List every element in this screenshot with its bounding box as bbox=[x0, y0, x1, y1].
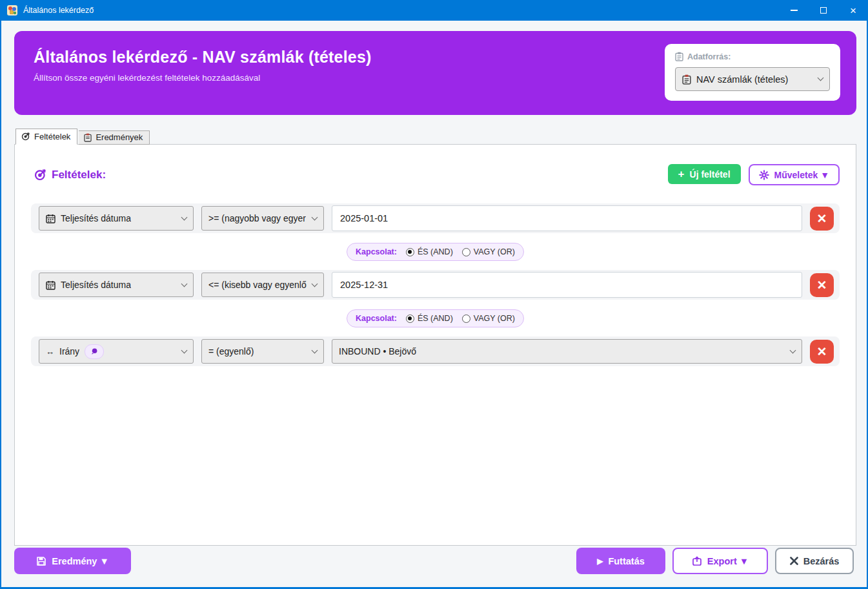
result-button[interactable]: Eredmény ▼ bbox=[14, 548, 131, 574]
new-condition-label: Új feltétel bbox=[690, 169, 731, 180]
operator-select[interactable]: = (egyenlő) bbox=[201, 339, 324, 364]
delete-condition-button[interactable]: ✕ bbox=[810, 273, 834, 297]
or-radio-option[interactable]: VAGY (OR) bbox=[462, 314, 515, 323]
condition-row: ↔ Irány = (egyenlő) INBOUND • Bejö bbox=[31, 336, 840, 366]
datasource-label-row: Adatforrás: bbox=[675, 52, 830, 61]
minimize-button[interactable] bbox=[779, 0, 809, 21]
radio-unchecked-icon bbox=[462, 315, 470, 323]
or-radio-label: VAGY (OR) bbox=[474, 247, 515, 256]
and-radio-option[interactable]: ÉS (AND) bbox=[406, 314, 453, 323]
close-dialog-label: Bezárás bbox=[803, 556, 840, 566]
radio-checked-icon bbox=[406, 315, 414, 323]
field-select-value: Teljesítés dátuma bbox=[61, 280, 131, 290]
radio-checked-icon bbox=[406, 248, 414, 256]
plus-icon: + bbox=[678, 169, 685, 179]
footer-right-buttons: ▶ Futtatás Export ▼ Bezárás bbox=[576, 548, 854, 574]
minimize-icon bbox=[791, 10, 798, 10]
footer-bar: Eredmény ▼ ▶ Futtatás Export ▼ B bbox=[1, 548, 867, 574]
target-icon bbox=[21, 132, 30, 141]
maximize-button[interactable] bbox=[809, 0, 838, 21]
radio-unchecked-icon bbox=[462, 248, 470, 256]
new-condition-button[interactable]: + Új feltétel bbox=[668, 164, 741, 184]
operator-select-value: <= (kisebb vagy egyenlő bbox=[208, 280, 307, 290]
value-input[interactable] bbox=[332, 272, 802, 298]
field-select-value: Irány bbox=[59, 346, 79, 356]
operations-button[interactable]: Műveletek ▼ bbox=[749, 164, 840, 185]
or-radio-option[interactable]: VAGY (OR) bbox=[462, 247, 515, 256]
x-icon bbox=[790, 557, 798, 565]
connector-label: Kapcsolat: bbox=[356, 314, 397, 323]
operator-select[interactable]: <= (kisebb vagy egyenlő bbox=[201, 273, 324, 297]
close-dialog-button[interactable]: Bezárás bbox=[775, 548, 854, 574]
and-radio-label: ÉS (AND) bbox=[418, 247, 453, 256]
titlebar: Általános lekérdező × bbox=[0, 0, 868, 21]
bubble-icon bbox=[90, 347, 98, 355]
delete-condition-button[interactable]: ✕ bbox=[810, 207, 834, 231]
tab-label: Feltételek bbox=[34, 132, 70, 141]
tab-feltetelek[interactable]: Feltételek bbox=[15, 129, 77, 145]
connector-pill: Kapcsolat: ÉS (AND) VAGY (OR) bbox=[347, 309, 524, 327]
or-radio-label: VAGY (OR) bbox=[474, 314, 515, 323]
export-button[interactable]: Export ▼ bbox=[672, 548, 768, 574]
tab-label: Eredmények bbox=[96, 132, 143, 142]
app-window: Általános lekérdező × Általános lekérdez… bbox=[0, 0, 868, 589]
tab-eredmenyek[interactable]: Eredmények bbox=[79, 130, 150, 145]
connector-label: Kapcsolat: bbox=[356, 247, 397, 256]
value-select-value: INBOUND • Bejövő bbox=[339, 346, 416, 356]
close-icon: × bbox=[850, 5, 856, 16]
maximize-icon bbox=[820, 7, 827, 14]
condition-row: Teljesítés dátuma >= (nagyobb vagy egyer… bbox=[31, 203, 840, 233]
datasource-label: Adatforrás: bbox=[687, 52, 731, 61]
chevron-down-icon bbox=[790, 347, 796, 353]
and-radio-option[interactable]: ÉS (AND) bbox=[406, 247, 453, 256]
value-select[interactable]: INBOUND • Bejövő bbox=[332, 339, 802, 364]
datasource-card: Adatforrás: NAV számlák (tételes) bbox=[665, 44, 840, 101]
gear-icon bbox=[759, 170, 769, 180]
connector-row: Kapcsolat: ÉS (AND) VAGY (OR) bbox=[31, 233, 840, 270]
conditions-panel: Feltételek: + Új feltétel bbox=[14, 144, 856, 546]
field-select[interactable]: Teljesítés dátuma bbox=[39, 206, 194, 231]
window-controls: × bbox=[779, 0, 868, 21]
chevron-down-icon bbox=[181, 214, 188, 220]
conditions-actions: + Új feltétel Műveletek ▼ bbox=[668, 164, 840, 185]
datasource-value: NAV számlák (tételes) bbox=[696, 74, 788, 85]
page-header: Általános lekérdező - NAV számlák (tétel… bbox=[14, 31, 856, 115]
calendar-icon bbox=[46, 214, 56, 223]
datasource-select[interactable]: NAV számlák (tételes) bbox=[675, 67, 830, 91]
clipboard-icon bbox=[84, 133, 92, 142]
chevron-down-icon bbox=[312, 347, 318, 353]
close-button[interactable]: × bbox=[838, 0, 868, 21]
chevron-down-icon bbox=[181, 280, 188, 287]
tab-strip: Feltételek Eredmények bbox=[15, 129, 150, 145]
x-icon: ✕ bbox=[817, 278, 827, 293]
run-button-label: Futtatás bbox=[608, 556, 644, 566]
direction-badge bbox=[85, 344, 104, 359]
chevron-down-icon bbox=[312, 280, 318, 287]
field-select[interactable]: Teljesítés dátuma bbox=[39, 273, 194, 297]
save-icon bbox=[36, 556, 46, 566]
conditions-rows: Teljesítés dátuma >= (nagyobb vagy egyer… bbox=[15, 185, 856, 366]
chevron-down-icon bbox=[818, 75, 824, 81]
operations-label: Műveletek ▼ bbox=[774, 170, 829, 180]
field-select-value: Teljesítés dátuma bbox=[61, 213, 131, 223]
operator-select-value: >= (nagyobb vagy egyer bbox=[208, 213, 306, 223]
result-button-label: Eredmény ▼ bbox=[52, 556, 109, 566]
x-icon: ✕ bbox=[817, 211, 827, 226]
play-icon: ▶ bbox=[597, 557, 603, 566]
conditions-heading: Feltételek: bbox=[34, 169, 106, 181]
chevron-down-icon bbox=[181, 347, 188, 353]
operator-select[interactable]: >= (nagyobb vagy egyer bbox=[201, 206, 324, 231]
value-input[interactable] bbox=[332, 205, 802, 231]
x-icon: ✕ bbox=[817, 344, 827, 359]
clipboard-icon bbox=[675, 52, 683, 61]
delete-condition-button[interactable]: ✕ bbox=[810, 340, 834, 364]
left-right-arrow-icon: ↔ bbox=[46, 347, 54, 356]
export-icon bbox=[692, 556, 702, 566]
app-icon bbox=[6, 5, 18, 16]
connector-pill: Kapcsolat: ÉS (AND) VAGY (OR) bbox=[347, 243, 524, 261]
run-button[interactable]: ▶ Futtatás bbox=[576, 548, 665, 574]
operator-select-value: = (egyenlő) bbox=[208, 346, 254, 356]
window-title: Általános lekérdező bbox=[23, 6, 94, 15]
field-select[interactable]: ↔ Irány bbox=[39, 339, 194, 364]
condition-row: Teljesítés dátuma <= (kisebb vagy egyenl… bbox=[31, 270, 840, 300]
